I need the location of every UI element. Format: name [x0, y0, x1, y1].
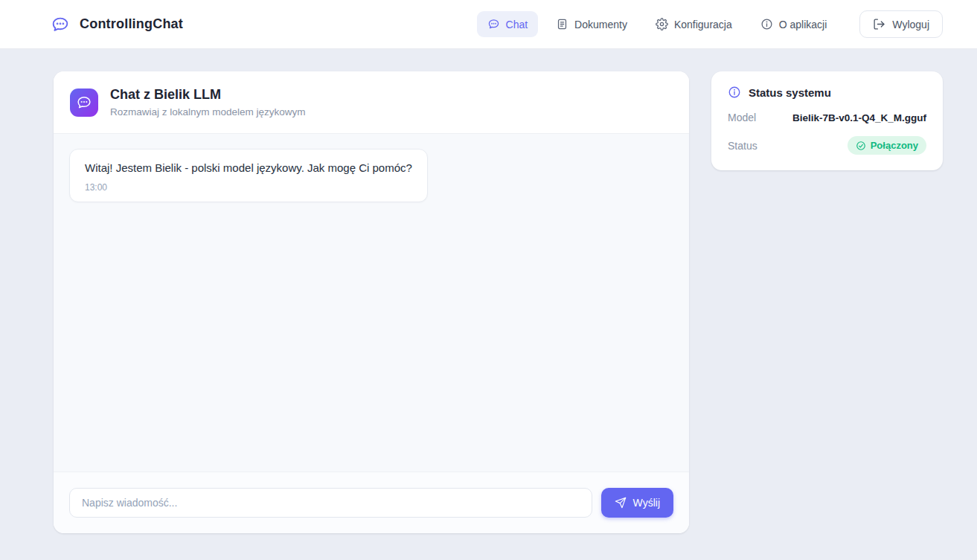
nav-item-chat[interactable]: Chat [477, 11, 539, 37]
nav-item-label: O aplikacji [779, 19, 827, 30]
message-text: Witaj! Jestem Bielik - polski model języ… [85, 161, 412, 176]
chat-bubble-icon [70, 88, 98, 117]
message-composer: Wyślij [54, 472, 689, 533]
logout-icon [873, 18, 885, 30]
logout-label: Wyloguj [892, 19, 929, 30]
brand-name: ControllingChat [80, 16, 183, 32]
message-list[interactable]: Witaj! Jestem Bielik - polski model języ… [54, 134, 689, 472]
chat-bubble-icon [51, 15, 70, 34]
info-icon [760, 18, 773, 30]
model-label: Model [728, 112, 756, 123]
model-row: Model Bielik-7B-v0.1-Q4_K_M.gguf [728, 112, 926, 123]
check-circle-icon [856, 141, 866, 151]
send-label: Wyślij [633, 497, 660, 509]
connection-status-badge: Połączony [848, 136, 926, 155]
brand[interactable]: ControllingChat [51, 15, 183, 34]
assistant-message-bubble: Witaj! Jestem Bielik - polski model języ… [69, 149, 428, 202]
chat-panel: Chat z Bielik LLM Rozmawiaj z lokalnym m… [54, 71, 689, 533]
gear-icon [656, 18, 668, 30]
chat-title: Chat z Bielik LLM [110, 87, 306, 103]
logout-button[interactable]: Wyloguj [859, 10, 943, 38]
message-timestamp: 13:00 [85, 182, 412, 193]
model-value: Bielik-7B-v0.1-Q4_K_M.gguf [792, 112, 926, 123]
nav-menu: Chat Dokumenty [477, 10, 943, 38]
top-navbar: ControllingChat Chat [0, 0, 977, 49]
chat-header: Chat z Bielik LLM Rozmawiaj z lokalnym m… [54, 71, 689, 134]
status-label: Status [728, 140, 757, 152]
main-content: Chat z Bielik LLM Rozmawiaj z lokalnym m… [0, 49, 977, 533]
nav-item-konfiguracja[interactable]: Konfiguracja [645, 11, 743, 37]
chat-bubble-icon [487, 18, 500, 30]
status-title-row: Status systemu [728, 86, 926, 99]
message-input[interactable] [69, 488, 592, 518]
info-icon [728, 86, 741, 99]
status-badge-label: Połączony [871, 140, 918, 151]
system-status-panel: Status systemu Model Bielik-7B-v0.1-Q4_K… [711, 71, 943, 170]
send-button[interactable]: Wyślij [601, 488, 673, 518]
nav-item-dokumenty[interactable]: Dokumenty [545, 11, 638, 37]
nav-item-label: Chat [506, 19, 528, 30]
status-row: Status Połączony [728, 136, 926, 155]
status-panel-title: Status systemu [749, 86, 831, 99]
nav-item-o-aplikacji[interactable]: O aplikacji [750, 11, 838, 37]
chat-subtitle: Rozmawiaj z lokalnym modelem językowym [110, 106, 306, 118]
nav-item-label: Dokumenty [574, 19, 627, 30]
document-icon [556, 18, 568, 30]
nav-item-label: Konfiguracja [674, 19, 732, 30]
paper-plane-icon [615, 497, 627, 509]
